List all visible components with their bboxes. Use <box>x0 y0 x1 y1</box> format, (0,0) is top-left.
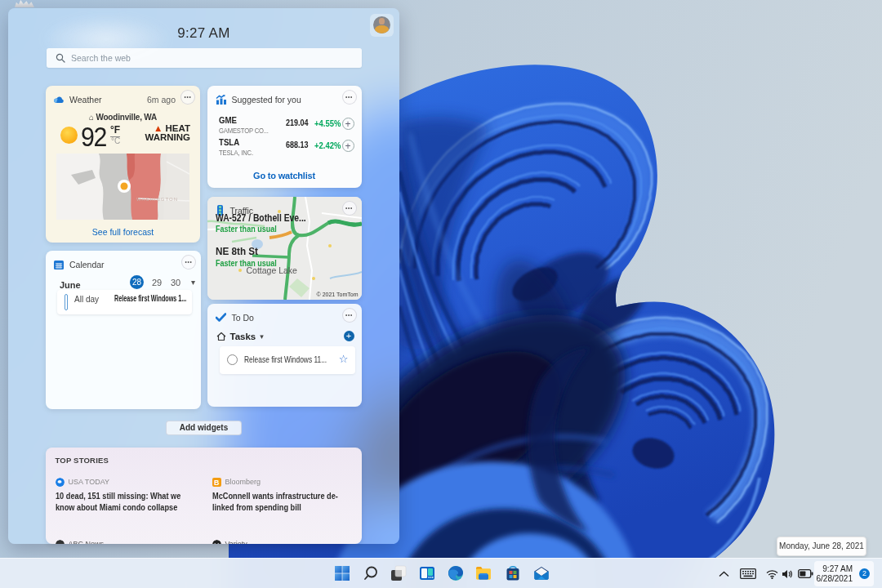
svg-text:WASHINGTON: WASHINGTON <box>136 197 178 202</box>
svg-text:V: V <box>214 541 219 544</box>
svg-text:B: B <box>214 479 220 487</box>
